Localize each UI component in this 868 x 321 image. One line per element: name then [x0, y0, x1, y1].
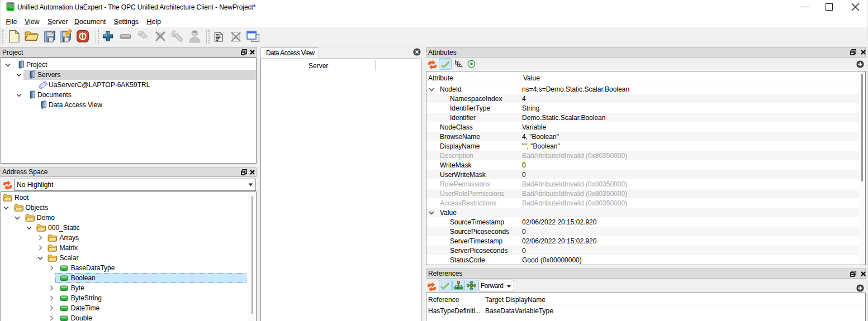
- svg-text:UA: UA: [7, 4, 13, 8]
